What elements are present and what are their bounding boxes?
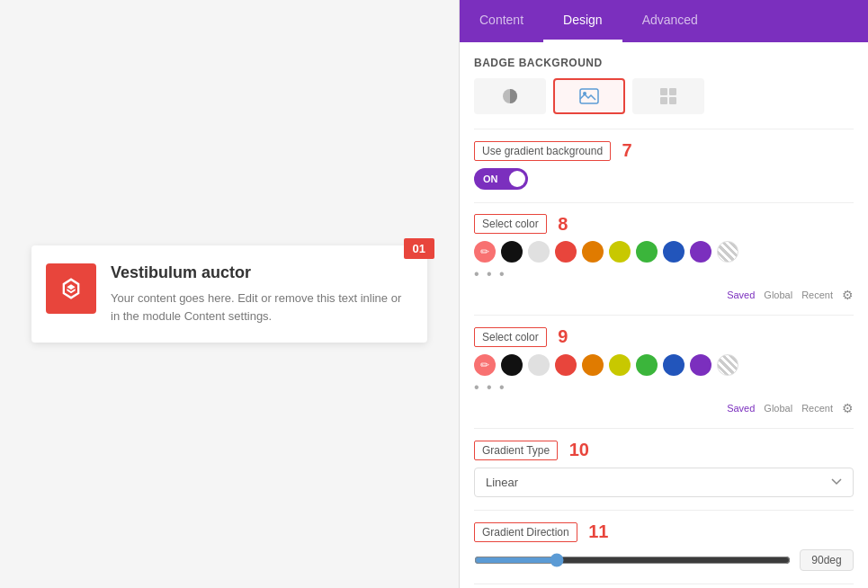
recent-label-1[interactable]: Recent [801, 290, 833, 300]
svg-rect-5 [660, 97, 667, 104]
color-red-2[interactable] [555, 354, 577, 376]
gradient-direction-label: Gradient Direction [474, 522, 577, 542]
gradient-direction-slider-row: 90deg [474, 549, 854, 571]
gradient-direction-slider[interactable] [474, 553, 791, 567]
color-orange-1[interactable] [582, 241, 604, 263]
left-panel: Vestibulum auctor Your content goes here… [0, 0, 459, 588]
tab-advanced[interactable]: Advanced [622, 0, 718, 42]
color-light-2[interactable] [528, 354, 550, 376]
color-purple-1[interactable] [690, 241, 711, 263]
badge-background-title: Badge Background [474, 57, 854, 69]
color-palette-2: ✏ [474, 354, 854, 376]
widget-badge: 01 [404, 238, 434, 259]
divider-4 [474, 428, 854, 429]
global-label-2[interactable]: Global [764, 403, 792, 414]
palette-gear-1[interactable]: ⚙ [842, 288, 854, 302]
gradient-type-label: Gradient Type [474, 441, 558, 460]
divider-6 [474, 584, 854, 584]
palette-gear-2[interactable]: ⚙ [842, 401, 854, 415]
step-11: 11 [588, 521, 608, 541]
color-blue-2[interactable] [663, 354, 685, 376]
palette-dots-2: • • • [474, 379, 854, 396]
gradient-toggle[interactable]: ON [474, 168, 528, 190]
color-palette-1: ✏ [474, 241, 854, 263]
pattern-icon [659, 87, 677, 105]
gradient-icon [501, 87, 519, 105]
toggle-on-label: ON [483, 174, 498, 184]
step-10: 10 [569, 440, 589, 459]
color-black-2[interactable] [501, 354, 523, 376]
setting-use-gradient: Use gradient background 7 ON [474, 140, 854, 190]
color-red-1[interactable] [555, 241, 577, 263]
tab-content[interactable]: Content [460, 0, 543, 42]
color-yellow-2[interactable] [609, 354, 631, 376]
widget-logo-icon [58, 276, 84, 301]
divider-1 [474, 129, 854, 129]
toggle-knob [509, 171, 525, 187]
widget-title: Vestibulum auctor [111, 263, 409, 282]
color-purple-2[interactable] [690, 354, 711, 376]
color-striped-1[interactable] [717, 241, 738, 263]
step-9: 9 [558, 326, 568, 346]
widget-text: Your content goes here. Edit or remove t… [111, 290, 409, 325]
color-yellow-1[interactable] [609, 241, 631, 263]
palette-footer-1: Saved Global Recent ⚙ [474, 288, 854, 302]
color-black-1[interactable] [501, 241, 523, 263]
toggle-container: ON [474, 168, 854, 190]
setting-gradient-direction: Gradient Direction 11 90deg [474, 521, 854, 571]
gradient-type-select[interactable]: Linear Radial Conic [474, 468, 854, 497]
image-icon [579, 88, 599, 104]
svg-rect-4 [669, 88, 676, 95]
bg-icon-image[interactable] [553, 78, 625, 114]
color-blue-1[interactable] [663, 241, 685, 263]
widget-card: Vestibulum auctor Your content goes here… [31, 245, 427, 343]
svg-rect-6 [669, 97, 676, 104]
color-striped-2[interactable] [717, 354, 738, 376]
color-light-1[interactable] [528, 241, 550, 263]
global-label-1[interactable]: Global [764, 290, 792, 300]
color-green-2[interactable] [636, 354, 658, 376]
panel-content: Badge Background [460, 42, 868, 588]
right-panel: Content Design Advanced Badge Background [459, 0, 868, 588]
setting-color-2: Select color 9 ✏ • • • Saved Global Rece… [474, 326, 854, 415]
gradient-direction-slider-container [474, 551, 791, 569]
bg-icon-pattern[interactable] [632, 78, 704, 114]
setting-color-1: Select color 8 ✏ • • • Saved Global Rece… [474, 214, 854, 303]
color-orange-2[interactable] [582, 354, 604, 376]
divider-2 [474, 202, 854, 203]
step-8: 8 [558, 214, 568, 234]
palette-dots-1: • • • [474, 266, 854, 282]
svg-point-2 [583, 92, 586, 95]
color-1-label: Select color [474, 214, 547, 234]
palette-footer-2: Saved Global Recent ⚙ [474, 401, 854, 415]
tab-design[interactable]: Design [543, 0, 622, 42]
setting-gradient-type: Gradient Type 10 Linear Radial Conic [474, 440, 854, 497]
divider-3 [474, 315, 854, 316]
color-2-label: Select color [474, 327, 547, 347]
widget-content: Vestibulum auctor Your content goes here… [111, 263, 409, 325]
bg-icon-gradient[interactable] [474, 78, 546, 114]
saved-label-1[interactable]: Saved [727, 290, 755, 300]
step-7: 7 [622, 140, 632, 160]
gradient-direction-value: 90deg [800, 549, 854, 571]
use-gradient-label: Use gradient background [474, 141, 611, 161]
tabs-bar: Content Design Advanced [460, 0, 868, 42]
svg-rect-3 [660, 88, 667, 95]
color-edit-btn-2[interactable]: ✏ [474, 354, 496, 376]
recent-label-2[interactable]: Recent [801, 403, 833, 414]
color-green-1[interactable] [636, 241, 658, 263]
divider-5 [474, 510, 854, 511]
widget-icon [46, 263, 96, 314]
icon-selector-row [474, 78, 854, 114]
saved-label-2[interactable]: Saved [727, 403, 755, 414]
color-edit-btn-1[interactable]: ✏ [474, 241, 496, 263]
